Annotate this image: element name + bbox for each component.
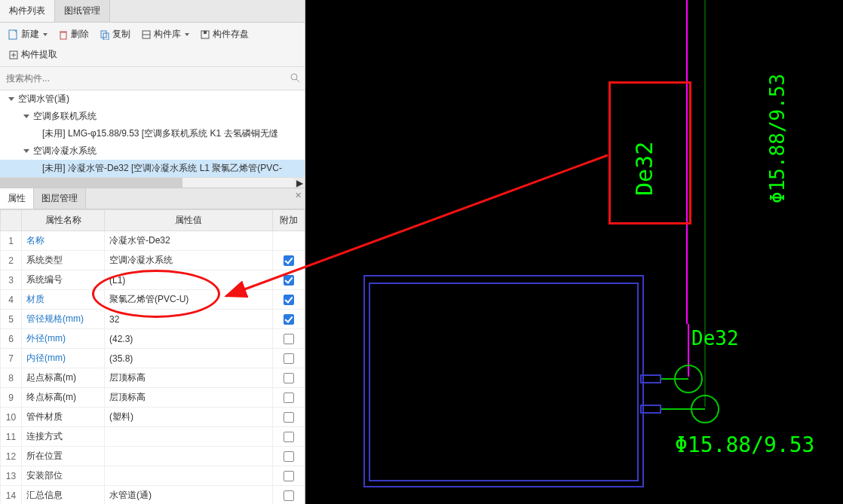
property-row[interactable]: 8起点标高(m)层顶标高 xyxy=(1,368,305,388)
checkbox[interactable] xyxy=(284,412,294,423)
row-value[interactable] xyxy=(105,427,273,447)
caret-down-icon xyxy=(8,96,15,103)
row-add[interactable] xyxy=(273,251,305,270)
row-add[interactable] xyxy=(273,231,305,251)
row-add[interactable] xyxy=(273,329,305,349)
search-bar xyxy=(0,67,305,90)
checkbox[interactable] xyxy=(284,432,294,442)
tree-panel[interactable]: 空调水管(通) 空调多联机系统 [未用] LMG-φ15.88/9.53 [空调… xyxy=(0,90,305,188)
save-button[interactable]: 构件存盘 xyxy=(196,26,253,43)
row-index: 12 xyxy=(1,447,22,466)
delete-button[interactable]: 删除 xyxy=(54,26,93,43)
row-add[interactable] xyxy=(273,310,305,329)
col-add-header: 附加 xyxy=(273,210,305,231)
tree-sys2[interactable]: 空调冷凝水系统 xyxy=(0,142,305,160)
row-value[interactable]: (42.3) xyxy=(105,329,273,349)
row-add[interactable] xyxy=(273,349,305,368)
scroll-thumb[interactable] xyxy=(0,178,182,188)
checkbox[interactable] xyxy=(284,314,294,325)
checkbox[interactable] xyxy=(284,471,294,481)
property-tabs: 属性 图层管理 ✕ xyxy=(0,188,305,209)
row-name: 汇总信息 xyxy=(22,486,105,505)
property-row[interactable]: 11连接方式 xyxy=(1,427,305,447)
row-add[interactable] xyxy=(273,270,305,290)
checkbox[interactable] xyxy=(284,393,294,403)
svg-point-10 xyxy=(291,74,297,80)
copy-button[interactable]: 复制 xyxy=(96,26,134,43)
tree-sys1[interactable]: 空调多联机系统 xyxy=(0,108,305,125)
library-icon xyxy=(141,29,152,40)
row-name: 外径(mm) xyxy=(22,329,105,349)
copy-icon xyxy=(100,29,110,40)
checkbox[interactable] xyxy=(284,255,294,266)
tree-root[interactable]: 空调水管(通) xyxy=(0,90,305,108)
property-row[interactable]: 14汇总信息水管道(通) xyxy=(1,486,305,505)
checkbox[interactable] xyxy=(284,275,294,286)
checkbox[interactable] xyxy=(284,490,294,501)
row-value[interactable]: 空调冷凝水系统 xyxy=(105,251,273,270)
tab-drawings[interactable]: 图纸管理 xyxy=(55,0,110,22)
row-index: 2 xyxy=(1,251,22,270)
property-row[interactable]: 2系统类型空调冷凝水系统 xyxy=(1,251,305,270)
cad-label-de32-small: De32 xyxy=(691,327,739,350)
search-icon[interactable] xyxy=(290,72,300,85)
row-value[interactable]: 层顶标高 xyxy=(105,388,273,408)
svg-line-11 xyxy=(296,79,299,82)
row-value[interactable]: 水管道(通) xyxy=(105,486,273,505)
checkbox[interactable] xyxy=(284,334,294,344)
checkbox[interactable] xyxy=(284,373,294,383)
dropdown-caret-icon xyxy=(185,33,189,36)
row-add[interactable] xyxy=(273,408,305,427)
row-add[interactable] xyxy=(273,290,305,310)
cad-viewport[interactable]: De32 Φ15.88/9.53 De32 Φ15.88/9.53 xyxy=(305,0,843,504)
checkbox[interactable] xyxy=(284,353,294,364)
row-value[interactable]: (塑料) xyxy=(105,408,273,427)
row-name: 系统编号 xyxy=(22,270,105,290)
new-label: 新建 xyxy=(21,28,39,41)
save-icon xyxy=(200,29,210,40)
row-value[interactable]: 冷凝水管-De32 xyxy=(105,231,273,251)
new-button[interactable]: 新建 xyxy=(5,26,51,43)
annotation-red-box xyxy=(608,81,691,225)
caret-down-icon xyxy=(23,148,30,155)
delete-icon xyxy=(58,29,69,40)
checkbox[interactable] xyxy=(284,295,294,305)
row-add[interactable] xyxy=(273,486,305,505)
tree-sys1-item[interactable]: [未用] LMG-φ15.88/9.53 [空调多联机系统 K1 去氢磷铜无缝 xyxy=(0,125,305,142)
row-index: 11 xyxy=(1,427,22,447)
property-row[interactable]: 12所在位置 xyxy=(1,447,305,466)
row-value[interactable] xyxy=(105,447,273,466)
property-row[interactable]: 7内径(mm)(35.8) xyxy=(1,349,305,368)
library-button[interactable]: 构件库 xyxy=(137,26,193,43)
copy-label: 复制 xyxy=(112,28,130,41)
row-add[interactable] xyxy=(273,388,305,408)
row-index: 3 xyxy=(1,270,22,290)
scroll-right-icon[interactable]: ▶ xyxy=(294,178,305,188)
row-add[interactable] xyxy=(273,427,305,447)
search-input[interactable] xyxy=(5,70,290,87)
tab-layers[interactable]: 图层管理 xyxy=(34,188,86,209)
caret-down-icon xyxy=(23,113,30,121)
tree-sys2-item[interactable]: [未用] 冷凝水管-De32 [空调冷凝水系统 L1 聚氯乙烯管(PVC- xyxy=(0,160,305,177)
checkbox[interactable] xyxy=(284,451,294,462)
extract-button[interactable]: 构件提取 xyxy=(5,46,61,63)
row-value[interactable]: 层顶标高 xyxy=(105,368,273,388)
tab-components[interactable]: 构件列表 xyxy=(0,0,55,22)
property-row[interactable]: 13安装部位 xyxy=(1,466,305,486)
row-add[interactable] xyxy=(273,368,305,388)
row-name: 所在位置 xyxy=(22,447,105,466)
row-add[interactable] xyxy=(273,447,305,466)
property-row[interactable]: 9终点标高(m)层顶标高 xyxy=(1,388,305,408)
col-value-header: 属性值 xyxy=(105,210,273,231)
row-add[interactable] xyxy=(273,466,305,486)
tree-scrollbar[interactable]: ◀ ▶ xyxy=(0,177,305,188)
row-value[interactable]: (35.8) xyxy=(105,349,273,368)
row-value[interactable] xyxy=(105,466,273,486)
property-table-wrap[interactable]: 属性名称 属性值 附加 1名称冷凝水管-De322系统类型空调冷凝水系统3系统编… xyxy=(0,209,305,504)
close-icon[interactable]: ✕ xyxy=(295,191,302,200)
property-row[interactable]: 10管件材质(塑料) xyxy=(1,408,305,427)
tab-properties[interactable]: 属性 xyxy=(0,188,34,209)
property-row[interactable]: 6外径(mm)(42.3) xyxy=(1,329,305,349)
cad-label-phi-side: Φ15.88/9.53 xyxy=(766,74,789,203)
property-row[interactable]: 1名称冷凝水管-De32 xyxy=(1,231,305,251)
